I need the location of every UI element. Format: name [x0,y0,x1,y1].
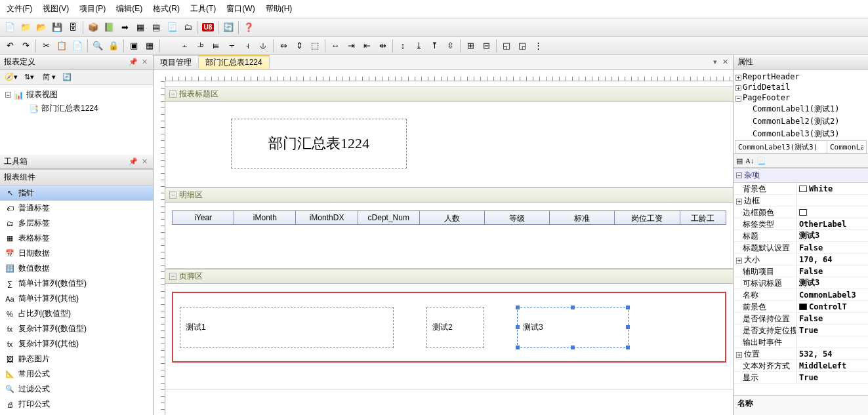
grid-column-header[interactable]: 人数 [420,211,485,224]
align-right-icon[interactable]: ⫢ [209,39,223,53]
help-icon[interactable]: ❓ [241,20,256,35]
menu-tools[interactable]: 工具(T) [186,1,220,16]
menu-help[interactable]: 帮助(H) [262,1,297,16]
grid-column-header[interactable]: iMonth [234,211,296,224]
toolbox-item[interactable]: 🗂多层标签 [0,216,153,231]
menu-window[interactable]: 窗口(W) [222,1,258,16]
filter-combo[interactable]: 简▾ [39,71,58,83]
same-size-icon[interactable]: ⬚ [308,39,322,53]
tree-node-1[interactable]: 📑 部门汇总表1224 [3,102,150,115]
property-grid[interactable]: −杂项 背景色White +边框 边框颜色 标签类型OtherLabel 标题测… [734,168,868,395]
toolbox-item[interactable]: fx复杂计算列(数值型) [0,321,153,336]
hspace-rem-icon[interactable]: ⇹ [375,39,390,53]
align-bottom-icon[interactable]: ⫝ [256,39,270,53]
grid-column-header[interactable]: iMonthDX [296,211,358,224]
paste-icon[interactable]: 📄 [70,39,85,53]
grid-column-header[interactable]: cDept_Num [358,211,420,224]
tree-node-label2[interactable]: CommonLabel2(测试2) [735,115,866,128]
close-icon[interactable]: ✕ [140,157,149,166]
layout-icon[interactable]: ▦ [133,20,148,35]
menu-view[interactable]: 视图(V) [39,1,73,16]
toolbox-item[interactable]: 🔍过滤公式 [0,382,153,397]
resize-handle[interactable] [571,346,575,349]
collapse-icon[interactable]: − [169,273,176,280]
tree-root[interactable]: − 📊 报表视图 [3,88,150,102]
common-label-1[interactable]: 测试1 [180,307,394,348]
resize-handle[interactable] [626,346,630,349]
layout1-icon[interactable]: ▣ [127,39,141,53]
find-icon[interactable]: 🔍 [91,39,105,53]
collapse-icon[interactable]: − [169,191,176,199]
toolbox-item[interactable]: 🖼静态图片 [0,351,153,366]
toolbox-item[interactable]: 🖨打印公式 [0,397,153,412]
minus-icon[interactable]: − [5,92,11,98]
menu-format[interactable]: 格式(R) [149,1,184,16]
resize-handle[interactable] [626,325,630,329]
collapse-icon[interactable]: − [169,90,176,98]
resize-handle[interactable] [571,306,575,309]
open-icon[interactable]: 📂 [34,20,49,35]
tab-menu-icon[interactable]: ▾ [711,56,719,68]
report-title-label[interactable]: 部门汇总表1224 [231,119,407,168]
center-v-icon[interactable]: ⊟ [479,39,493,53]
grid-column-header[interactable]: iYear [173,211,234,224]
collapse-icon[interactable]: − [735,96,741,102]
resize-handle[interactable] [516,346,520,349]
alphabetical-icon[interactable]: A↓ [745,157,754,165]
vspace-rem-icon[interactable]: ⇳ [443,39,457,53]
component-name-input[interactable] [735,141,827,153]
tree-node-label3[interactable]: CommonLabel3(测试3) [735,128,866,140]
selected-component-combo[interactable] [735,140,867,153]
section-header-title[interactable]: − 报表标题区 [165,87,733,102]
menu-project[interactable]: 项目(P) [75,1,110,16]
grid-header-row[interactable]: iYeariMonthiMonthDXcDept_Num人数等级标准岗位工资工龄… [172,210,726,225]
toolbox-item[interactable]: ∑简单计算列(数值型) [0,276,153,291]
same-width-icon[interactable]: ⇔ [276,39,291,53]
hspace-eq-icon[interactable]: ↔ [328,39,342,53]
properties-icon[interactable]: 📃 [756,157,766,165]
toolbox-item[interactable]: 📅日期数据 [0,246,153,261]
report-designer[interactable]: − 报表标题区 部门汇总表1224 − 明细区 iYeariMonthiMont… [154,69,733,415]
vspace-dec-icon[interactable]: ⤒ [427,39,442,53]
sort-icon[interactable]: ⇅▾ [22,72,36,82]
expand-icon[interactable]: + [735,85,741,91]
vspace-inc-icon[interactable]: ⤓ [411,39,426,53]
tab-project-mgr[interactable]: 项目管理 [154,55,199,69]
tab-close-icon[interactable]: ✕ [720,56,730,68]
toolbox-item[interactable]: 🔢数值数据 [0,261,153,276]
section-header-footer[interactable]: − 页脚区 [165,269,733,284]
cut-icon[interactable]: ✂ [39,39,53,53]
folder2-icon[interactable]: 🗂 [180,20,195,35]
toolbox-item[interactable]: 📐常用公式 [0,366,153,382]
align-center-icon[interactable]: ⫡ [193,39,207,53]
u8-icon[interactable]: U8 [201,20,215,35]
save-icon[interactable]: 💾 [50,20,64,35]
toolbox-item[interactable]: %占比列(数值型) [0,306,153,321]
expand-icon[interactable]: + [735,75,741,81]
toolbox-item[interactable]: 🏷普通标签 [0,201,153,216]
categorized-icon[interactable]: ▤ [736,157,743,165]
refresh-icon[interactable]: 🔄 [60,72,73,82]
grid-column-header[interactable]: 等级 [485,211,550,224]
menu-edit[interactable]: 编辑(E) [112,1,146,16]
grid-column-header[interactable]: 岗位工资 [615,211,680,224]
toolbox-section-header[interactable]: 报表组件 [0,169,153,186]
resize-handle[interactable] [516,306,520,309]
tree-icon[interactable]: 🧭▾ [3,72,20,82]
hspace-inc-icon[interactable]: ⇥ [344,39,358,53]
hspace-dec-icon[interactable]: ⇤ [360,39,374,53]
save-all-icon[interactable]: 🗄 [66,20,80,35]
common-label-3[interactable]: 测试3 [517,307,629,348]
vspace-eq-icon[interactable]: ↕ [396,39,410,53]
doc-icon[interactable]: 📃 [165,20,179,35]
tab-report[interactable]: 部门汇总表1224 [199,55,270,69]
component-tree[interactable]: +ReportHeader +GridDetail −PageFooter Co… [734,69,868,140]
layout2-icon[interactable]: ▦ [142,39,157,53]
grid-column-header[interactable]: 工龄工 [680,211,726,224]
report-tree[interactable]: − 📊 报表视图 📑 部门汇总表1224 [0,85,153,155]
align-middle-icon[interactable]: ⫞ [240,39,255,53]
section-header-detail[interactable]: − 明细区 [165,188,733,203]
common-label-2[interactable]: 测试2 [426,307,484,348]
copy-icon[interactable]: 📋 [54,39,69,53]
toolbox-item[interactable]: ▦表格标签 [0,231,153,246]
